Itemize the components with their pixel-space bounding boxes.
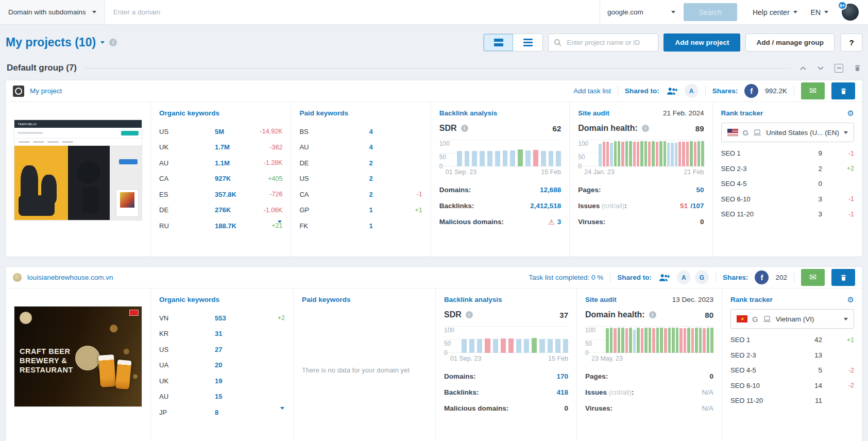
rank-region-dropdown[interactable]: ★ G Vietnam (VI)	[730, 309, 854, 329]
keyword-count[interactable]: 20	[215, 361, 253, 369]
backlink-analysis-title[interactable]: Backlink analysis	[444, 296, 568, 303]
rank-region-dropdown[interactable]: G United States (U... (EN)	[721, 123, 854, 142]
paid-keywords-title[interactable]: Paid keywords	[302, 296, 427, 303]
add-new-project-button[interactable]: Add new project	[663, 33, 740, 52]
info-icon[interactable]: i	[466, 311, 473, 318]
domains-value[interactable]: 12,688	[540, 186, 561, 194]
rank-range-label: SEO 2-3	[730, 351, 756, 359]
project-search-input[interactable]	[566, 38, 653, 47]
rank-range-label: SEO 6-10	[721, 195, 751, 203]
malicious-domains-value[interactable]: ⚠3	[548, 218, 561, 226]
view-toggle-list[interactable]	[513, 34, 542, 51]
keyword-count[interactable]: 31	[215, 330, 253, 337]
keyword-count[interactable]: 927K	[215, 175, 250, 182]
site-audit-title[interactable]: Site audit	[585, 296, 617, 303]
paid-keywords-title[interactable]: Paid keywords	[299, 109, 422, 117]
rank-count: 9	[818, 149, 822, 157]
info-icon[interactable]: i	[642, 125, 649, 132]
keyword-row: VN 553 +2	[159, 310, 285, 326]
keyword-count[interactable]: 8	[215, 409, 253, 416]
keyword-count[interactable]: 27	[215, 346, 253, 353]
keyword-count[interactable]: 1	[369, 222, 390, 230]
keyword-count[interactable]: 1.7M	[215, 143, 250, 151]
task-list-status-link[interactable]: Task list completed: 0 %	[529, 274, 603, 281]
backlink-analysis-title[interactable]: Backlink analysis	[439, 109, 561, 117]
send-report-button[interactable]: ✉	[801, 82, 825, 99]
keyword-count[interactable]: 276K	[215, 206, 250, 214]
site-thumbnail[interactable]: TEEPUBLIC	[14, 120, 142, 220]
add-task-list-link[interactable]: Add task list	[573, 87, 611, 95]
keyword-row: DE 276K -1.06K	[159, 202, 282, 218]
add-manage-group-button[interactable]: Add / manage group	[745, 33, 835, 52]
expand-keywords-button[interactable]	[280, 407, 284, 410]
y-tick: 50	[439, 154, 446, 161]
keyword-count[interactable]: 188.7K	[215, 222, 250, 230]
delete-project-button[interactable]	[831, 82, 855, 99]
share-add-user-button[interactable]	[666, 87, 678, 95]
google-icon: G	[743, 128, 749, 137]
issues-value[interactable]: 51/107	[680, 202, 704, 210]
keyword-count[interactable]: 4	[369, 143, 390, 151]
keyword-count[interactable]: 4	[369, 128, 390, 135]
malicious-domains-value: 0	[564, 404, 568, 412]
keyword-count[interactable]: 1	[369, 206, 390, 214]
help-center-menu[interactable]: Help center	[753, 8, 797, 16]
info-icon[interactable]: i	[109, 39, 117, 46]
shared-avatar[interactable]: A	[677, 270, 691, 284]
malicious-domains-label: Malicious domains:	[444, 404, 508, 412]
keyword-count[interactable]: 2	[369, 175, 390, 182]
search-engine-dropdown[interactable]: google.com	[600, 0, 683, 24]
keyword-count[interactable]: 2	[369, 191, 390, 198]
keyword-row: AU 4	[299, 140, 422, 156]
project-name-link[interactable]: My project	[30, 87, 62, 95]
search-icon	[554, 39, 561, 46]
info-icon[interactable]: i	[461, 125, 468, 132]
gear-icon[interactable]: ⚙	[847, 296, 854, 303]
info-icon[interactable]: i	[649, 311, 656, 318]
site-audit-title[interactable]: Site audit	[578, 109, 609, 117]
domains-value[interactable]: 170	[556, 372, 568, 380]
rank-tracker-title[interactable]: Rank tracker	[730, 296, 773, 303]
country-code: UK	[159, 143, 215, 151]
site-thumbnail[interactable]: CRAFT BEER BREWERY & RESTAURANT	[14, 306, 142, 407]
rank-rows: SEO 1 9 -1 SEO 2-3 2 +2 SEO 4-5 0	[721, 146, 854, 222]
keyword-count[interactable]: 15	[215, 393, 253, 400]
keyword-delta: +2	[253, 314, 285, 321]
pages-value[interactable]: 50	[696, 186, 704, 194]
keyword-count[interactable]: 357.8K	[215, 191, 250, 198]
share-add-user-button[interactable]	[658, 274, 670, 282]
page-title-group[interactable]: My projects (10) i	[6, 36, 117, 49]
keyword-count[interactable]: 2	[369, 159, 390, 167]
send-report-button[interactable]: ✉	[801, 269, 825, 286]
keyword-count[interactable]: 19	[215, 377, 253, 385]
help-button[interactable]: ?	[841, 33, 862, 52]
project-name-link[interactable]: louisianebrewhouse.com.vn	[27, 274, 113, 281]
expand-keywords-button[interactable]	[278, 220, 282, 223]
search-button[interactable]: Search	[684, 3, 737, 21]
delete-group-button[interactable]	[854, 64, 861, 72]
domain-input[interactable]	[105, 0, 600, 24]
keyword-count[interactable]: 1.1M	[215, 159, 250, 167]
move-group-up-button[interactable]	[799, 66, 807, 71]
language-menu[interactable]: EN	[811, 8, 828, 16]
shared-avatar[interactable]: A	[685, 84, 699, 98]
gear-icon[interactable]: ⚙	[847, 109, 854, 117]
backlinks-value[interactable]: 418	[556, 388, 568, 396]
view-toggle-cards[interactable]	[484, 34, 513, 51]
keyword-count[interactable]: 5M	[215, 128, 250, 135]
user-avatar[interactable]: 9+	[842, 4, 859, 21]
search-type-dropdown[interactable]: Domain with subdomains	[0, 0, 105, 24]
collapse-group-button[interactable]	[835, 64, 843, 73]
delete-project-button[interactable]	[831, 269, 855, 286]
keyword-count[interactable]: 553	[215, 314, 253, 322]
organic-keywords-title[interactable]: Organic keywords	[159, 296, 285, 303]
group-title: Default group (7)	[7, 63, 77, 73]
backlinks-value[interactable]: 2,412,518	[530, 202, 561, 210]
move-group-down-button[interactable]	[817, 66, 824, 71]
domain-health-value: 80	[705, 311, 713, 319]
shared-avatar[interactable]: G	[695, 270, 709, 284]
chevron-down-icon	[100, 41, 105, 44]
rank-tracker-title[interactable]: Rank tracker	[721, 109, 763, 117]
organic-keywords-title[interactable]: Organic keywords	[159, 109, 282, 117]
group-row: Default group (7)	[0, 58, 868, 80]
